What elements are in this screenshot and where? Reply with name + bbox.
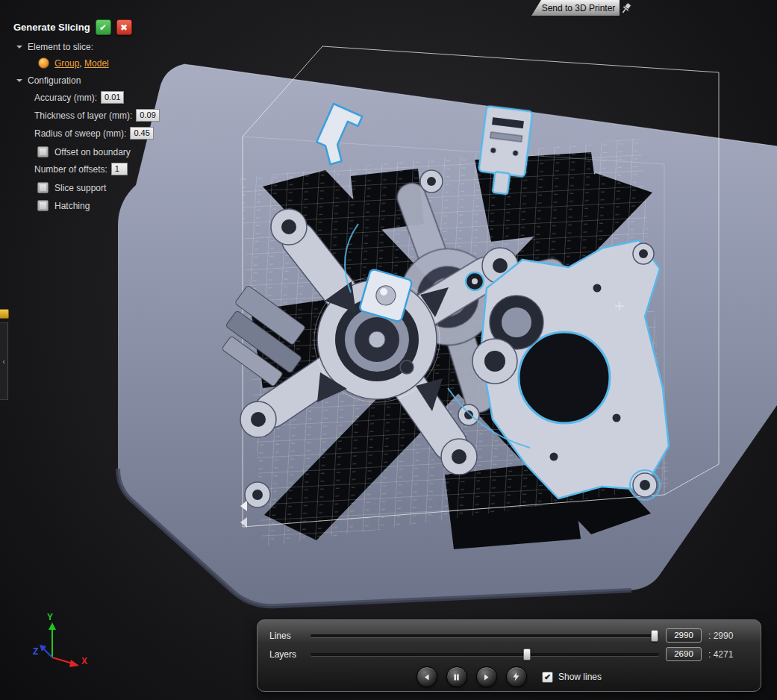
- model-link[interactable]: Model: [84, 58, 109, 69]
- expand-arrow-icon[interactable]: [16, 46, 22, 51]
- step-back-button[interactable]: [416, 666, 437, 687]
- thickness-label: Thickness of layer (mm):: [34, 110, 132, 121]
- slice-support-checkbox[interactable]: [37, 182, 49, 193]
- playback-controls: ✔ Show lines: [269, 666, 749, 687]
- show-lines-checkbox[interactable]: ✔: [542, 672, 553, 683]
- tab-send-to-3d-printer[interactable]: Send to 3D Printer: [531, 0, 620, 16]
- show-lines-label: Show lines: [558, 672, 602, 682]
- ok-button[interactable]: ✔: [96, 19, 111, 35]
- check-icon: ✔: [99, 22, 107, 33]
- slice-support-row: Slice support: [34, 182, 193, 193]
- group-node-icon: [38, 57, 49, 69]
- element-node-row: Group, Model: [13, 57, 193, 69]
- layers-slider-handle[interactable]: [523, 649, 531, 660]
- layers-slider-row: Layers 2690 : 4271: [269, 646, 749, 662]
- pin-icon[interactable]: [620, 1, 632, 15]
- layers-slider-track[interactable]: [311, 653, 659, 656]
- generate-slicing-panel: Generate Slicing ✔ ✖ Element to slice: G…: [13, 19, 193, 211]
- flyout-anchor-icon[interactable]: [0, 309, 9, 319]
- lightning-icon: [512, 672, 520, 681]
- offset-on-boundary-label: Offset on boundary: [54, 147, 131, 157]
- layers-label: Layers: [269, 649, 304, 660]
- radius-label: Radius of sweep (mm):: [34, 128, 126, 139]
- number-of-offsets-input[interactable]: 1: [111, 163, 128, 175]
- hatching-row: Hatching: [34, 200, 193, 211]
- x-icon: ✖: [120, 22, 128, 33]
- x-axis-label: X: [81, 656, 87, 666]
- play-button[interactable]: [476, 666, 497, 687]
- panel-flyout-handle[interactable]: ‹: [0, 322, 8, 400]
- y-axis-label: Y: [47, 612, 53, 622]
- hatching-checkbox[interactable]: [37, 200, 49, 211]
- offset-on-boundary-row: Offset on boundary: [34, 146, 193, 157]
- pause-button[interactable]: [446, 666, 467, 687]
- thickness-input[interactable]: 0.09: [136, 109, 159, 122]
- lines-slider-handle[interactable]: [651, 630, 658, 642]
- pause-icon: [452, 673, 461, 681]
- configuration-label: Configuration: [28, 75, 81, 86]
- lines-total: 2990: [714, 631, 734, 641]
- lines-slider-track[interactable]: [311, 634, 659, 637]
- step-back-icon: [422, 673, 431, 681]
- layers-total: 4271: [714, 649, 734, 660]
- radius-row: Radius of sweep (mm): 0.45: [34, 127, 193, 140]
- number-of-offsets-row: Number of offsets: 1: [34, 163, 193, 175]
- slice-support-label: Slice support: [54, 183, 106, 193]
- play-icon: [482, 673, 490, 681]
- cancel-button[interactable]: ✖: [116, 19, 132, 35]
- colon-separator: :: [708, 631, 711, 641]
- layers-value-box[interactable]: 2690: [666, 647, 702, 661]
- panel-title: Generate Slicing: [13, 22, 90, 33]
- radius-input[interactable]: 0.45: [130, 127, 153, 140]
- lines-slider-row: Lines 2990 : 2990: [269, 628, 749, 643]
- lines-label: Lines: [269, 631, 304, 641]
- hatching-label: Hatching: [54, 201, 90, 211]
- element-to-slice-label: Element to slice:: [28, 42, 93, 52]
- expand-arrow-icon[interactable]: [16, 79, 22, 85]
- accuracy-input[interactable]: 0.01: [101, 91, 124, 104]
- lines-value-box[interactable]: 2990: [666, 628, 702, 643]
- flash-button[interactable]: [506, 666, 527, 687]
- accuracy-label: Accuracy (mm):: [34, 93, 97, 103]
- number-of-offsets-label: Number of offsets:: [34, 164, 107, 175]
- tab-label: Send to 3D Printer: [542, 3, 616, 13]
- slicing-player-panel: Lines 2990 : 2990 Layers 2690 : 4271: [257, 619, 761, 692]
- chevron-left-icon: ‹: [2, 357, 5, 366]
- group-link[interactable]: Group: [54, 58, 79, 69]
- offset-on-boundary-checkbox[interactable]: [37, 146, 49, 157]
- accuracy-row: Accuracy (mm): 0.01: [34, 91, 193, 104]
- thickness-row: Thickness of layer (mm): 0.09: [34, 109, 193, 122]
- colon-separator: :: [708, 649, 711, 660]
- axis-triad: Y X Z: [33, 612, 87, 667]
- z-axis-label: Z: [33, 646, 38, 657]
- application-window: Y X Z Send to 3D Printer Generate Slicin…: [0, 0, 777, 700]
